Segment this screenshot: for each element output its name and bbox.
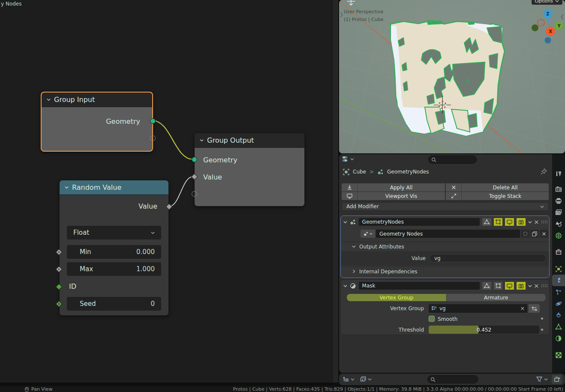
on-cage-toggle[interactable] [482, 218, 491, 226]
navigation-gizmo[interactable]: Z Y X [532, 8, 564, 46]
render-toggle[interactable] [517, 282, 526, 290]
remove-modifier-icon[interactable] [534, 220, 539, 224]
mask-modifier-name-field[interactable]: Mask [359, 282, 480, 290]
axis-neg-y[interactable] [532, 24, 538, 31]
output-label-value: Value [138, 202, 157, 210]
render-toggle[interactable] [517, 218, 526, 226]
tab-world[interactable] [552, 230, 565, 241]
new-collection-button[interactable] [552, 375, 562, 384]
node-group-input[interactable]: Group Input Geometry [41, 92, 153, 152]
node-random-value[interactable]: Random Value Value Float Min 0.000 Max 1… [59, 180, 169, 316]
on-cage-toggle[interactable] [482, 282, 491, 290]
delete-all-button[interactable]: Delete All [462, 183, 549, 192]
properties-search-input[interactable] [428, 156, 477, 164]
fake-user-button[interactable] [521, 230, 529, 238]
tab-material[interactable] [552, 332, 565, 344]
realtime-toggle[interactable] [505, 218, 514, 226]
tab-physics[interactable] [552, 298, 565, 309]
viewport-vis-button[interactable]: Viewport Vis [358, 192, 445, 200]
node-editor-scrollbar[interactable] [333, 0, 338, 383]
axis-neg-z[interactable] [544, 37, 551, 44]
tab-particles[interactable] [552, 286, 565, 298]
threshold-slider[interactable]: 0.452 [429, 326, 539, 334]
socket-virtual[interactable] [150, 135, 156, 141]
decorator-dot[interactable] [541, 317, 543, 320]
realtime-toggle[interactable] [505, 282, 514, 290]
armature-mode-button[interactable]: Armature [447, 294, 546, 301]
socket-geometry-output[interactable] [150, 118, 156, 124]
tab-tool[interactable] [552, 168, 565, 180]
tab-modifiers[interactable] [552, 275, 565, 286]
tab-object-data[interactable] [552, 321, 565, 332]
tab-view-layer[interactable] [552, 206, 565, 218]
gn-modifier-name-field[interactable]: GeometryNodes [359, 218, 480, 226]
toolbar-expand-arrow[interactable]: ❯ [340, 12, 343, 17]
viewport-vis-icon-button[interactable] [342, 192, 358, 200]
socket-virtual[interactable] [192, 191, 197, 197]
drag-handle[interactable] [541, 221, 547, 223]
collapse-chevron-icon[interactable] [47, 98, 51, 102]
internal-dependencies-subpanel-header[interactable]: Internal Dependencies [341, 266, 549, 276]
panel-expand-chevron-icon[interactable] [343, 220, 347, 224]
vertex-group-mode-button[interactable]: Vertex Group [347, 294, 446, 301]
seed-field[interactable]: Seed 0 [67, 297, 161, 311]
close-x-icon [451, 185, 456, 190]
max-label: Max [80, 265, 93, 273]
options-dropdown[interactable]: Options [532, 0, 562, 5]
data-type-dropdown[interactable]: Float [67, 226, 161, 239]
apply-all-icon-button[interactable] [342, 183, 358, 192]
extras-chevron-icon[interactable] [528, 284, 532, 288]
axis-neg-x[interactable] [538, 19, 544, 26]
output-label-geometry: Geometry [106, 117, 140, 126]
edit-mode-toggle[interactable] [494, 218, 503, 226]
extras-chevron-icon[interactable] [528, 220, 532, 224]
vertex-group-field[interactable]: vg [429, 304, 527, 313]
tab-output[interactable] [552, 195, 565, 206]
collapse-chevron-icon[interactable] [65, 186, 69, 189]
collapse-chevron-icon[interactable] [200, 138, 204, 142]
tab-object[interactable] [552, 263, 565, 275]
toggle-stack-icon-button[interactable] [446, 192, 462, 200]
tab-collection[interactable] [552, 246, 565, 258]
panel-expand-chevron-icon[interactable] [343, 284, 347, 288]
new-copy-button[interactable] [530, 230, 539, 238]
drag-handle[interactable] [541, 284, 547, 287]
tab-texture[interactable] [552, 349, 565, 361]
invert-vertex-group-button[interactable] [529, 304, 540, 313]
tab-render[interactable] [552, 183, 565, 195]
cube-object[interactable] [391, 21, 505, 136]
remove-modifier-icon[interactable] [534, 284, 539, 288]
sidebar-expand-arrow[interactable]: ❮ [560, 14, 564, 19]
filter-type-dropdown[interactable] [360, 376, 372, 383]
max-field[interactable]: Max 1.000 [67, 262, 161, 276]
breadcrumb-object[interactable]: Cube [353, 169, 366, 175]
editor-type-dropdown[interactable] [342, 156, 354, 162]
breadcrumb-tree[interactable]: GeometryNodes [387, 169, 429, 175]
viewport-3d[interactable]: User Perspective (1) Protos | Cube Optio… [339, 0, 565, 153]
outliner-search-input[interactable] [427, 375, 478, 383]
apply-all-button[interactable]: Apply All [358, 183, 445, 192]
value-attribute-field[interactable]: vg [430, 254, 546, 262]
output-attributes-subpanel-header[interactable]: Output Attributes [341, 242, 549, 251]
min-field[interactable]: Min 0.000 [67, 245, 161, 259]
tab-scene[interactable] [552, 218, 565, 230]
delete-all-icon-button[interactable] [446, 183, 462, 192]
add-modifier-dropdown[interactable]: Add Modifier [342, 202, 549, 211]
decorator-dot[interactable] [541, 329, 543, 331]
node-tree-browse-button[interactable] [361, 230, 375, 238]
unlink-button[interactable] [540, 230, 548, 238]
display-mode-dropdown[interactable] [343, 376, 355, 383]
smooth-checkbox[interactable] [429, 316, 435, 322]
pin-icon[interactable] [541, 168, 547, 175]
socket-geometry-input[interactable] [192, 157, 197, 162]
node-group-output[interactable]: Group Output Geometry Value [194, 133, 305, 206]
toggle-stack-button[interactable]: Toggle Stack [462, 192, 549, 200]
edit-mode-toggle[interactable] [494, 282, 503, 290]
filter-dropdown[interactable] [536, 376, 548, 382]
node-tree-name-field[interactable]: Geometry Nodes [376, 230, 520, 238]
clear-x-icon[interactable] [520, 306, 525, 311]
max-value: 1.000 [136, 265, 155, 273]
geometry-node-editor[interactable]: y Nodes Group Input Geometry Group Outpu… [0, 0, 338, 383]
tab-constraints[interactable] [552, 309, 565, 321]
chevron-down-icon [151, 231, 155, 235]
